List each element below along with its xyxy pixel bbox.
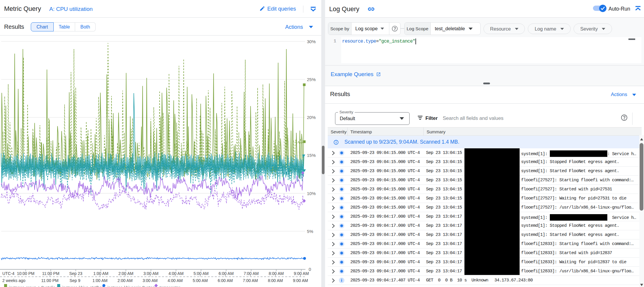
- svg-text:10%: 10%: [307, 191, 316, 196]
- svg-text:Sep 23: Sep 23: [69, 271, 82, 276]
- svg-text:5:00 AM: 5:00 AM: [193, 278, 208, 283]
- svg-text:3:00 AM: 3:00 AM: [143, 278, 158, 283]
- svg-text:9:00 AM: 9:00 AM: [294, 271, 309, 276]
- svg-text:11:00 PM: 11:00 PM: [42, 271, 59, 276]
- svg-text:5%: 5%: [307, 229, 313, 234]
- svg-text:UTC-4: UTC-4: [2, 271, 14, 276]
- svg-text:6:00 AM: 6:00 AM: [219, 271, 234, 276]
- svg-text:1:00 AM: 1:00 AM: [93, 271, 108, 276]
- svg-text:6:00 AM: 6:00 AM: [218, 278, 233, 283]
- svg-text:5:00 AM: 5:00 AM: [194, 271, 209, 276]
- svg-text:7:00 AM: 7:00 AM: [244, 271, 258, 276]
- svg-text:15%: 15%: [307, 153, 316, 158]
- svg-text:7:00 AM: 7:00 AM: [243, 278, 258, 283]
- svg-text:0: 0: [309, 267, 311, 272]
- svg-text:2 weeks ago: 2 weeks ago: [2, 278, 26, 283]
- svg-text:tempcontor: tempcontor: [160, 285, 180, 287]
- svg-text:2:00 AM: 2:00 AM: [118, 271, 133, 276]
- svg-text:instance-khive-stetlhen: instance-khive-stetlhen: [62, 285, 104, 287]
- svg-text:8:00 AM: 8:00 AM: [268, 278, 283, 283]
- svg-text:4:00 AM: 4:00 AM: [168, 271, 183, 276]
- svg-text:20%: 20%: [307, 115, 316, 120]
- svg-text:Sep 9: Sep 9: [70, 278, 80, 283]
- svg-text:1:00 AM: 1:00 AM: [92, 278, 107, 283]
- svg-text:8:00 AM: 8:00 AM: [269, 271, 284, 276]
- svg-text:30%: 30%: [307, 39, 316, 44]
- svg-text:3:00 AM: 3:00 AM: [143, 271, 158, 276]
- svg-text:11:00 PM: 11:00 PM: [41, 278, 59, 283]
- svg-text:instance-group-a Systolic gv: instance-group-a Systolic gv: [9, 285, 61, 287]
- svg-text:25%: 25%: [307, 77, 316, 82]
- svg-text:9:00 AM: 9:00 AM: [293, 278, 308, 283]
- svg-text:10:00 PM: 10:00 PM: [17, 271, 35, 276]
- svg-text:4:00 AM: 4:00 AM: [168, 278, 182, 283]
- svg-text:2:00 AM: 2:00 AM: [118, 278, 133, 283]
- svg-text:instance-khiveosis Systogy: instance-khiveosis Systogy: [107, 285, 157, 287]
